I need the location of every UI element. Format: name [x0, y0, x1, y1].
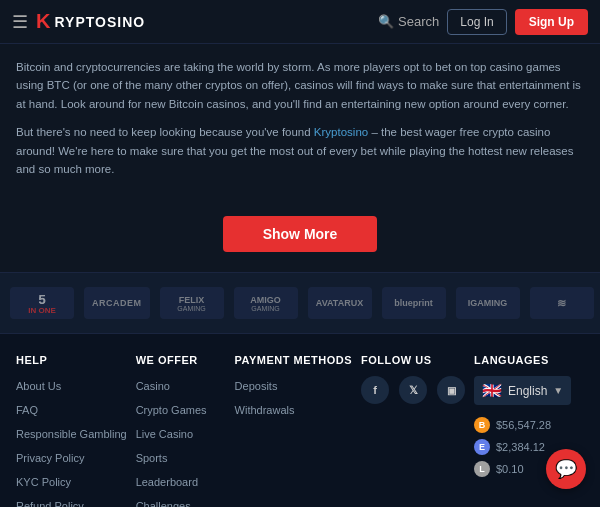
payment-deposits[interactable]: Deposits	[235, 380, 278, 392]
site-logo[interactable]: K RYPTOSINO	[36, 10, 145, 33]
offer-crypto[interactable]: Crypto Games	[136, 404, 207, 416]
site-header: ☰ K RYPTOSINO 🔍 Search Log In Sign Up	[0, 0, 600, 44]
help-faq[interactable]: FAQ	[16, 404, 38, 416]
provider-logo: IGAMING	[468, 298, 508, 308]
header-right: 🔍 Search Log In Sign Up	[378, 9, 588, 35]
help-privacy[interactable]: Privacy Policy	[16, 452, 84, 464]
provider-felix[interactable]: FELIX GAMING	[160, 287, 224, 319]
list-item: Live Casino	[136, 424, 226, 442]
provider-logo: AMIGO	[250, 295, 281, 305]
header-left: ☰ K RYPTOSINO	[12, 10, 145, 33]
paragraph-1: Bitcoin and cryptocurrencies are taking …	[16, 58, 584, 113]
provider-arcadem[interactable]: ARCADEM	[84, 287, 150, 319]
list-item: Crypto Games	[136, 400, 226, 418]
show-more-button[interactable]: Show More	[223, 216, 378, 252]
chevron-down-icon: ▼	[553, 385, 563, 396]
offer-leaderboard[interactable]: Leaderboard	[136, 476, 198, 488]
help-list: About Us FAQ Responsible Gambling Privac…	[16, 376, 127, 507]
help-refund[interactable]: Refund Policy	[16, 500, 84, 507]
provider-5in1[interactable]: 5 IN ONE	[10, 287, 74, 319]
language-text: English	[508, 384, 547, 398]
offer-title: WE OFFER	[136, 354, 226, 366]
list-item: About Us	[16, 376, 127, 394]
list-item: Challenges	[136, 496, 226, 507]
follow-title: FOLLOW US	[361, 354, 465, 366]
main-content: Bitcoin and cryptocurrencies are taking …	[0, 44, 600, 198]
paragraph-2: But there's no need to keep looking beca…	[16, 123, 584, 178]
footer-follow: FOLLOW US f 𝕏 ▣	[361, 354, 465, 507]
footer-help: HELP About Us FAQ Responsible Gambling P…	[16, 354, 127, 507]
search-area[interactable]: 🔍 Search	[378, 14, 439, 29]
list-item: KYC Policy	[16, 472, 127, 490]
offer-list: Casino Crypto Games Live Casino Sports L…	[136, 376, 226, 507]
list-item: Deposits	[235, 376, 353, 394]
paragraph-2-before: But there's no need to keep looking beca…	[16, 126, 314, 138]
offer-live[interactable]: Live Casino	[136, 428, 193, 440]
language-flag: 🇬🇧	[482, 381, 502, 400]
ltc-icon: L	[474, 461, 490, 477]
show-more-section: Show More	[0, 198, 600, 272]
list-item: Refund Policy	[16, 496, 127, 507]
list-item: Responsible Gambling	[16, 424, 127, 442]
providers-bar: 5 IN ONE ARCADEM FELIX GAMING AMIGO GAMI…	[0, 272, 600, 334]
provider-amigo[interactable]: AMIGO GAMING	[234, 287, 298, 319]
footer-payment: PAYMENT METHODS Deposits Withdrawals	[235, 354, 353, 507]
twitter-icon[interactable]: 𝕏	[399, 376, 427, 404]
offer-sports[interactable]: Sports	[136, 452, 168, 464]
footer-columns: HELP About Us FAQ Responsible Gambling P…	[16, 354, 584, 507]
provider-blueprint[interactable]: blueprint	[382, 287, 446, 319]
list-item: Privacy Policy	[16, 448, 127, 466]
help-kyc[interactable]: KYC Policy	[16, 476, 71, 488]
payment-title: PAYMENT METHODS	[235, 354, 353, 366]
payment-withdrawals[interactable]: Withdrawals	[235, 404, 295, 416]
search-icon: 🔍	[378, 14, 394, 29]
list-item: Withdrawals	[235, 400, 353, 418]
help-title: HELP	[16, 354, 127, 366]
offer-casino[interactable]: Casino	[136, 380, 170, 392]
logo-text: RYPTOSINO	[54, 14, 145, 30]
kryptosino-link[interactable]: Kryptosino	[314, 126, 368, 138]
provider-logo: FELIX	[179, 295, 205, 305]
list-item: Casino	[136, 376, 226, 394]
btc-price: $56,547.28	[496, 419, 551, 431]
search-label: Search	[398, 14, 439, 29]
btc-price-row: B $56,547.28	[474, 417, 584, 433]
list-item: Sports	[136, 448, 226, 466]
logo-k: K	[36, 10, 50, 33]
help-about[interactable]: About Us	[16, 380, 61, 392]
provider-sub: GAMING	[177, 305, 205, 312]
languages-title: LANGUAGES	[474, 354, 584, 366]
instagram-icon[interactable]: ▣	[437, 376, 465, 404]
facebook-icon[interactable]: f	[361, 376, 389, 404]
provider-logo: ARCADEM	[92, 298, 142, 308]
signup-button[interactable]: Sign Up	[515, 9, 588, 35]
provider-sub: GAMING	[251, 305, 279, 312]
list-item: Leaderboard	[136, 472, 226, 490]
provider-avatarux[interactable]: AVATARUX	[308, 287, 372, 319]
provider-logo: blueprint	[394, 298, 433, 308]
eth-price: $2,384.12	[496, 441, 545, 453]
chat-icon: 💬	[555, 458, 577, 480]
eth-icon: E	[474, 439, 490, 455]
payment-list: Deposits Withdrawals	[235, 376, 353, 418]
social-icons: f 𝕏 ▣	[361, 376, 465, 404]
provider-logo: 5	[38, 292, 45, 307]
btc-icon: B	[474, 417, 490, 433]
provider-elk[interactable]: ≋	[530, 287, 594, 319]
help-rg[interactable]: Responsible Gambling	[16, 428, 127, 440]
footer-we-offer: WE OFFER Casino Crypto Games Live Casino…	[136, 354, 226, 507]
provider-logo: AVATARUX	[316, 298, 363, 308]
provider-igaming[interactable]: IGAMING	[456, 287, 520, 319]
offer-challenges[interactable]: Challenges	[136, 500, 191, 507]
language-selector[interactable]: 🇬🇧 English ▼	[474, 376, 571, 405]
site-footer: HELP About Us FAQ Responsible Gambling P…	[0, 334, 600, 507]
provider-sub: IN ONE	[28, 307, 56, 315]
live-chat-button[interactable]: 💬	[546, 449, 586, 489]
hamburger-icon[interactable]: ☰	[12, 11, 28, 33]
login-button[interactable]: Log In	[447, 9, 506, 35]
ltc-price: $0.10	[496, 463, 524, 475]
provider-logo: ≋	[557, 297, 566, 310]
list-item: FAQ	[16, 400, 127, 418]
